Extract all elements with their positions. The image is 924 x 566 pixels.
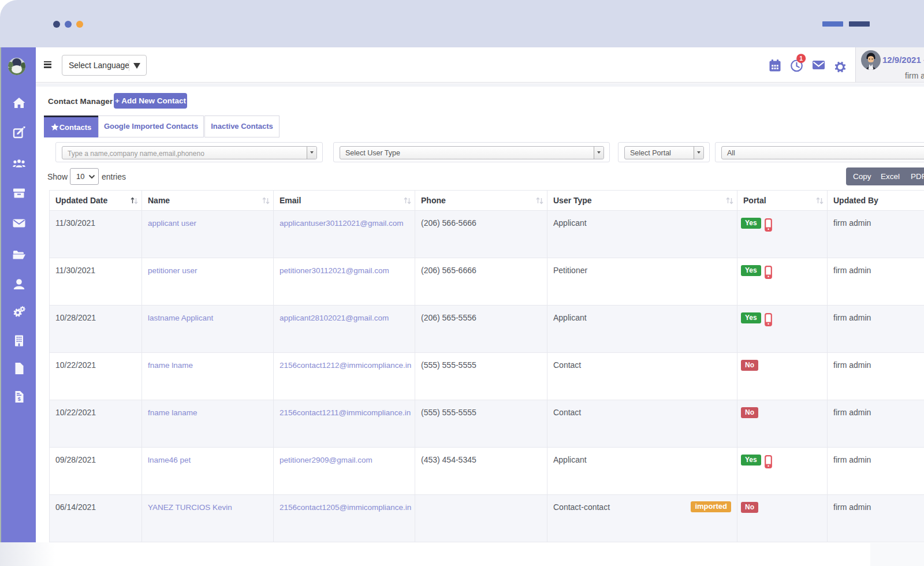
svg-text:$: $	[18, 396, 21, 402]
svg-text:1: 1	[799, 55, 803, 62]
